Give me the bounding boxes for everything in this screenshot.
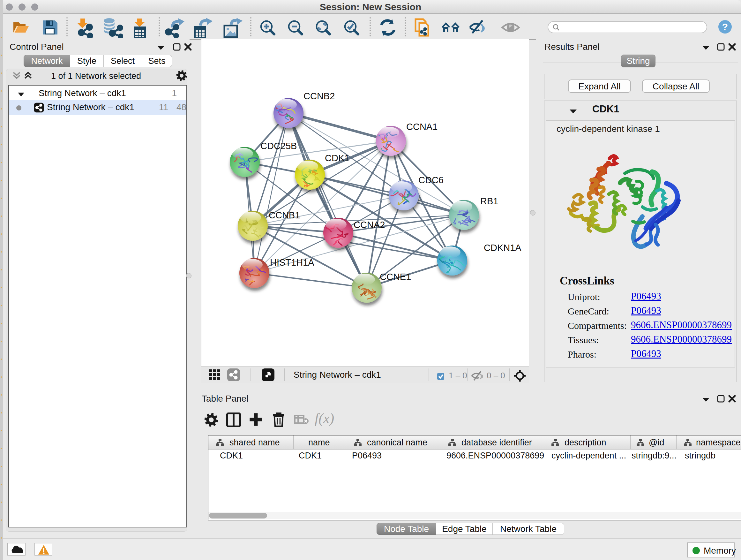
svg-text:CDK1: CDK1 bbox=[325, 153, 349, 163]
svg-text:HIST1H1A: HIST1H1A bbox=[270, 257, 314, 267]
svg-text:CDC25B: CDC25B bbox=[260, 141, 297, 151]
svg-text:CDC6: CDC6 bbox=[418, 175, 444, 185]
svg-text:RB1: RB1 bbox=[480, 196, 498, 206]
svg-text:CCNA2: CCNA2 bbox=[354, 220, 385, 230]
svg-text:CCNB1: CCNB1 bbox=[269, 210, 300, 220]
svg-text:CCNA1: CCNA1 bbox=[406, 122, 437, 132]
svg-text:CDKN1A: CDKN1A bbox=[484, 243, 522, 253]
svg-text:?: ? bbox=[722, 21, 728, 32]
svg-text:CCNE1: CCNE1 bbox=[380, 272, 411, 282]
svg-text:CCNB2: CCNB2 bbox=[304, 91, 335, 101]
